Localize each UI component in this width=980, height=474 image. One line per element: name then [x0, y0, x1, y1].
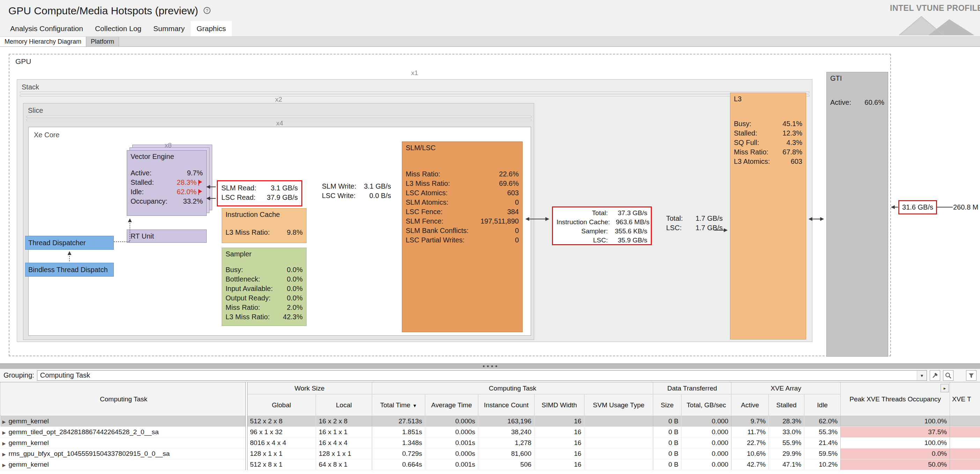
- svg-text:?: ?: [206, 8, 208, 13]
- metric-value: 2.0%: [286, 303, 303, 312]
- tab-summary[interactable]: Summary: [147, 21, 191, 36]
- sampler-box[interactable]: Sampler Busy:0.0%Bottleneck:0.0%Input Av…: [222, 247, 307, 326]
- metric-label: Active:: [830, 98, 864, 107]
- col-local[interactable]: Local: [316, 394, 372, 416]
- cell: 0 B: [653, 438, 681, 448]
- tab-analysis-configuration[interactable]: Analysis Configuration: [4, 21, 89, 36]
- instruction-cache-box[interactable]: Instruction Cache L3 Miss Ratio:9.8%: [222, 208, 307, 243]
- l3-box[interactable]: L3 Busy:45.1%Stalled:12.3%SQ Full:4.3%Mi…: [730, 93, 806, 340]
- stack-label: Stack: [22, 83, 39, 91]
- tab-graphics[interactable]: Graphics: [191, 21, 232, 36]
- cell: 16 x 1 x 1: [316, 427, 372, 438]
- metric-label: LSC Write:: [322, 191, 369, 201]
- cell: 100.0%: [841, 416, 950, 427]
- computing-task-cell[interactable]: ▶rms_gpu_bfyx_opt_10455591504337802915_0…: [0, 448, 247, 459]
- metric-value: 1.7 GB/s: [695, 214, 723, 223]
- col-active[interactable]: Active: [732, 394, 769, 416]
- colgroup-work-size[interactable]: Work Size: [247, 383, 372, 394]
- table-row[interactable]: ▶gemm_kernel512 x 2 x 816 x 2 x 827.513s…: [0, 416, 980, 427]
- rt-unit-box[interactable]: RT Unit: [127, 230, 207, 243]
- metric-row: Busy:0.0%: [226, 265, 303, 275]
- search-button[interactable]: [943, 370, 953, 381]
- instruction-cache-title: Instruction Cache: [222, 209, 306, 219]
- table-row[interactable]: ▶rms_gpu_bfyx_opt_10455591504337802915_0…: [0, 448, 980, 459]
- cell: 512 x 2 x 8: [247, 416, 316, 427]
- computing-task-name: gemm_tiled_opt_2842818867442264528_2_0__…: [9, 428, 159, 436]
- computing-task-cell[interactable]: ▶gemm_kernel: [0, 459, 247, 470]
- col-instance-count[interactable]: Instance Count: [478, 394, 535, 416]
- metric-value: 22.6%: [499, 169, 519, 179]
- metric-label: Instruction Cache:: [557, 218, 610, 227]
- metric-label: L3 Miss Ratio:: [406, 179, 499, 188]
- cell: 0 B: [653, 448, 681, 459]
- metric-label: Busy:: [734, 119, 783, 129]
- gti-box[interactable]: GTI Active:60.6%: [826, 72, 888, 357]
- vtune-window: GPU Compute/Media Hotspots (preview) ? I…: [0, 0, 980, 474]
- col-total-gb-sec[interactable]: Total, GB/sec: [681, 394, 732, 416]
- col-stalled[interactable]: Stalled: [769, 394, 804, 416]
- bindless-thread-dispatch-box[interactable]: Bindless Thread Dispatch: [25, 263, 114, 277]
- metric-label: Busy:: [226, 265, 286, 275]
- metric-label: Bottleneck:: [226, 275, 286, 284]
- cell-xve-clipped: [950, 438, 980, 448]
- colgroup-xve-array[interactable]: XVE Array: [732, 383, 841, 394]
- tab-collection-log[interactable]: Collection Log: [89, 21, 147, 36]
- metric-row: SQ Full:4.3%: [734, 138, 802, 147]
- cell: 0.000: [681, 448, 732, 459]
- col-idle[interactable]: Idle: [804, 394, 841, 416]
- expand-row-icon[interactable]: ▶: [2, 463, 6, 468]
- metric-value: 28.3%: [177, 178, 197, 187]
- l3-read-bandwidth-box: Total:37.3 GB/sInstruction Cache:963.6 M…: [552, 206, 652, 245]
- col-svm-usage-type[interactable]: SVM Usage Type: [584, 394, 653, 416]
- vector-engine-box[interactable]: Vector Engine Active:9.7%Stalled:28.3%Id…: [127, 150, 207, 216]
- expand-row-icon[interactable]: ▶: [2, 452, 6, 457]
- col-size[interactable]: Size: [653, 394, 681, 416]
- pane-splitter[interactable]: [0, 363, 980, 369]
- subtab-platform[interactable]: Platform: [86, 37, 119, 46]
- col-simd-width[interactable]: SIMD Width: [535, 394, 584, 416]
- metric-label: LSC Atomics:: [406, 188, 507, 198]
- colgroup-data-transferred[interactable]: Data Transferred: [653, 383, 732, 394]
- subtab-memory-hierarchy-diagram[interactable]: Memory Hierarchy Diagram: [0, 37, 86, 46]
- slm-lsc-title: SLM/LSC: [402, 142, 522, 152]
- column-options-button[interactable]: ▸: [940, 384, 949, 392]
- metric-value: 603: [507, 188, 519, 198]
- frozen-column-divider[interactable]: [245, 382, 248, 470]
- computing-task-cell[interactable]: ▶gemm_kernel: [0, 416, 247, 427]
- thread-dispatcher-box[interactable]: Thread Dispatcher: [25, 236, 114, 250]
- computing-task-cell[interactable]: ▶gemm_tiled_opt_2842818867442264528_2_0_…: [0, 427, 247, 438]
- grouping-label: Grouping:: [3, 371, 34, 379]
- cell: 47.1%: [769, 459, 804, 470]
- cell: 128 x 1 x 1: [247, 448, 316, 459]
- customize-grouping-button[interactable]: [930, 370, 940, 381]
- metric-label: Sampler:: [557, 227, 608, 236]
- metric-label: Total:: [557, 209, 608, 218]
- help-icon[interactable]: ?: [202, 6, 212, 15]
- computing-task-cell[interactable]: ▶gemm_kernel: [0, 438, 247, 448]
- col-global[interactable]: Global: [247, 394, 316, 416]
- table-row[interactable]: ▶gemm_kernel512 x 8 x 164 x 8 x 10.664s0…: [0, 459, 980, 470]
- colgroup-computing-task[interactable]: Computing Task: [372, 383, 653, 394]
- metric-value: 0: [515, 198, 519, 207]
- result-tab-bar: Analysis Configuration Collection Log Su…: [0, 21, 980, 36]
- metric-row: Sampler:355.6 KB/s: [557, 227, 647, 236]
- col-computing-task[interactable]: Computing Task: [0, 383, 247, 416]
- table-row[interactable]: ▶gemm_tiled_opt_2842818867442264528_2_0_…: [0, 427, 980, 438]
- expand-row-icon[interactable]: ▶: [2, 430, 6, 435]
- col-total-time[interactable]: Total Time▼: [372, 394, 425, 416]
- sort-desc-icon: ▼: [412, 403, 417, 409]
- gti-title: GTI: [827, 72, 888, 83]
- col-average-time[interactable]: Average Time: [425, 394, 478, 416]
- expand-row-icon[interactable]: ▶: [2, 419, 6, 425]
- grouping-dropdown[interactable]: Computing Task ▾: [37, 370, 927, 381]
- col-peak-xve-threads-occupancy[interactable]: Peak XVE Threads Occupancy: [841, 383, 950, 416]
- metric-row: Active:60.6%: [830, 98, 885, 107]
- l3-write-metrics: Total:1.7 GB/sLSC:1.7 GB/s: [666, 214, 723, 233]
- expand-row-icon[interactable]: ▶: [2, 441, 6, 446]
- metric-label: LSC Partial Writes:: [406, 235, 515, 245]
- metric-row: Total:1.7 GB/s: [666, 214, 723, 223]
- col-xve-clipped[interactable]: XVE T: [950, 383, 980, 416]
- table-row[interactable]: ▶gemm_kernel8016 x 4 x 416 x 4 x 41.348s…: [0, 438, 980, 448]
- filter-button[interactable]: [966, 370, 977, 381]
- slm-lsc-box[interactable]: SLM/LSC Miss Ratio:22.6%L3 Miss Ratio:69…: [402, 142, 523, 332]
